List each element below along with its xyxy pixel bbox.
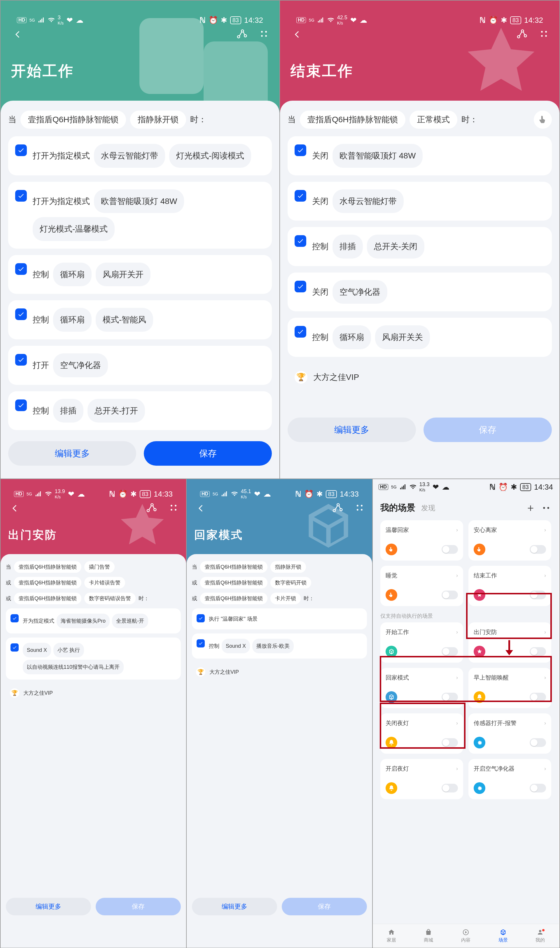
tab-家居[interactable]: 家居 [373, 924, 410, 948]
action-card[interactable]: 执行 "温馨回家" 场景 [192, 608, 367, 629]
trigger-chip[interactable]: 指静脉开锁 [270, 561, 306, 573]
checkbox-icon[interactable] [15, 308, 27, 320]
save-button[interactable]: 保存 [144, 441, 272, 466]
trigger-chip[interactable]: 数字密码错误告警 [84, 592, 135, 604]
action-card[interactable]: 打开为指定模式欧普智能吸顶灯 48W灯光模式-温馨模式 [8, 182, 272, 249]
toggle[interactable] [442, 738, 458, 747]
toggle[interactable] [530, 647, 546, 656]
more-icon[interactable]: •• [543, 504, 551, 512]
action-card[interactable]: 打开空气净化器 [8, 346, 272, 385]
toggle[interactable] [530, 545, 546, 554]
trigger-chip[interactable]: 卡片开锁 [270, 592, 301, 604]
scene-tile[interactable]: 回家模式› [380, 668, 463, 708]
action-card[interactable]: 打开为指定模式水母云智能灯带灯光模式-阅读模式 [8, 136, 272, 175]
action-card[interactable]: 控制排插总开关-关闭 [288, 227, 552, 266]
action-pill[interactable]: 水母云智能灯带 [94, 144, 165, 168]
action-pill[interactable]: 循环扇 [332, 325, 371, 349]
toggle[interactable] [442, 591, 458, 599]
scene-tile[interactable]: 开启夜灯› [380, 759, 463, 799]
tab-我的[interactable]: 我的 [522, 924, 559, 948]
toggle[interactable] [530, 784, 546, 793]
tab-商城[interactable]: 商城 [410, 924, 448, 948]
action-card[interactable]: 控制Sound X播放音乐-欧美 [192, 634, 367, 659]
action-pill[interactable]: 空气净化器 [53, 353, 108, 377]
trigger-chip[interactable]: 壹指盾Q6H指静脉智能锁 [14, 577, 82, 588]
action-card[interactable]: 关闭欧普智能吸顶灯 48W [288, 136, 552, 175]
edit-more-button[interactable]: 编辑更多 [8, 441, 136, 466]
back-button[interactable] [194, 502, 207, 515]
edit-more-button[interactable]: 编辑更多 [192, 898, 277, 915]
action-pill[interactable]: Sound X [222, 639, 250, 653]
action-pill[interactable]: 循环扇 [53, 308, 92, 332]
vip-row[interactable]: 🏆大方之佳VIP [288, 363, 552, 391]
add-button[interactable]: ＋ [525, 501, 536, 515]
checkbox-icon[interactable] [15, 399, 27, 411]
action-pill[interactable]: 欧普智能吸顶灯 48W [332, 144, 423, 168]
action-card[interactable]: 控制排插总开关-打开 [8, 391, 272, 430]
action-card[interactable]: 关闭水母云智能灯带 [288, 182, 552, 221]
scene-tile[interactable]: 结束工作› [468, 566, 551, 606]
action-pill[interactable]: 灯光模式-阅读模式 [169, 144, 251, 168]
scene-tile[interactable]: 睡觉› [380, 566, 463, 606]
action-pill[interactable]: 播放音乐-欧美 [252, 639, 294, 653]
trigger-chip[interactable]: 正常模式 [409, 111, 457, 129]
action-pill[interactable]: 全景巡航-开 [112, 614, 148, 628]
checkbox-icon[interactable] [15, 145, 27, 156]
action-pill[interactable]: 模式-智能风 [96, 308, 153, 332]
toggle[interactable] [530, 591, 546, 599]
more-icon[interactable] [355, 503, 365, 514]
trigger-chip[interactable]: 撬门告警 [84, 561, 115, 573]
action-pill[interactable]: 循环扇 [53, 263, 92, 286]
scene-tile[interactable]: 温馨回家› [380, 520, 463, 560]
action-card[interactable]: Sound X小艺 执行以自动视频连线110报警中心请马上离开 [6, 637, 181, 680]
vip-row[interactable]: 🏆大方之佳VIP [6, 684, 181, 702]
checkbox-icon[interactable] [15, 263, 27, 275]
action-pill[interactable]: 小艺 执行 [53, 643, 84, 657]
checkbox-icon[interactable] [15, 354, 27, 366]
discover-tab[interactable]: 发现 [421, 503, 435, 512]
trigger-chip[interactable]: 壹指盾Q6H指静脉智能锁 [14, 592, 82, 604]
toggle[interactable] [442, 784, 458, 793]
scene-tile[interactable]: 开始工作› [380, 622, 463, 663]
back-button[interactable] [11, 28, 24, 41]
checkbox-icon[interactable] [295, 281, 306, 292]
action-pill[interactable]: 风扇开关关 [375, 325, 430, 349]
action-pill[interactable]: 总开关-打开 [88, 399, 145, 423]
action-card[interactable]: 开为指定模式海雀智能摄像头Pro全景巡航-开 [6, 608, 181, 634]
toggle[interactable] [442, 647, 458, 656]
back-button[interactable] [8, 502, 21, 515]
tab-场景[interactable]: 场景 [485, 924, 522, 948]
action-pill[interactable]: 风扇开关开 [96, 263, 151, 286]
more-icon[interactable] [169, 503, 178, 514]
action-pill[interactable]: 水母云智能灯带 [332, 189, 404, 213]
action-pill[interactable]: 欧普智能吸顶灯 48W [94, 189, 184, 213]
scene-tile[interactable]: 开启空气净化器› [468, 759, 551, 799]
action-card[interactable]: 控制循环扇风扇开关关 [288, 318, 552, 357]
checkbox-icon[interactable] [295, 326, 306, 338]
back-button[interactable] [291, 28, 303, 41]
action-pill[interactable]: 排插 [53, 399, 83, 423]
scene-tile[interactable]: 关闭夜灯› [380, 713, 463, 754]
trigger-chip[interactable]: 卡片错误告警 [84, 577, 125, 588]
action-card[interactable]: 关闭空气净化器 [288, 272, 552, 312]
trigger-chip[interactable]: 壹指盾Q6H指静脉智能锁 [14, 561, 82, 573]
trigger-chip[interactable]: 壹指盾Q6H指静脉智能锁 [20, 111, 126, 129]
action-card[interactable]: 控制循环扇模式-智能风 [8, 300, 272, 339]
trigger-chip[interactable]: 壹指盾Q6H指静脉智能锁 [200, 577, 268, 588]
toggle[interactable] [530, 693, 546, 702]
trigger-chip[interactable]: 数字密码开锁 [270, 577, 311, 588]
checkbox-icon[interactable] [197, 614, 205, 622]
action-pill[interactable]: 灯光模式-温馨模式 [33, 217, 115, 241]
trigger-chip[interactable]: 指静脉开锁 [130, 111, 186, 129]
action-pill[interactable]: 海雀智能摄像头Pro [57, 614, 110, 628]
trigger-chip[interactable]: 壹指盾Q6H指静脉智能锁 [200, 592, 268, 604]
action-pill[interactable]: 以自动视频连线110报警中心请马上离开 [23, 660, 124, 674]
tab-内容[interactable]: 内容 [447, 924, 485, 948]
trigger-chip[interactable]: 壹指盾Q6H指静脉智能锁 [300, 111, 405, 129]
action-pill[interactable]: 排插 [332, 235, 363, 259]
action-pill[interactable]: 空气净化器 [332, 280, 387, 304]
action-pill[interactable]: Sound X [23, 643, 51, 657]
checkbox-icon[interactable] [11, 614, 18, 622]
toggle[interactable] [530, 738, 546, 747]
more-icon[interactable] [259, 29, 269, 40]
